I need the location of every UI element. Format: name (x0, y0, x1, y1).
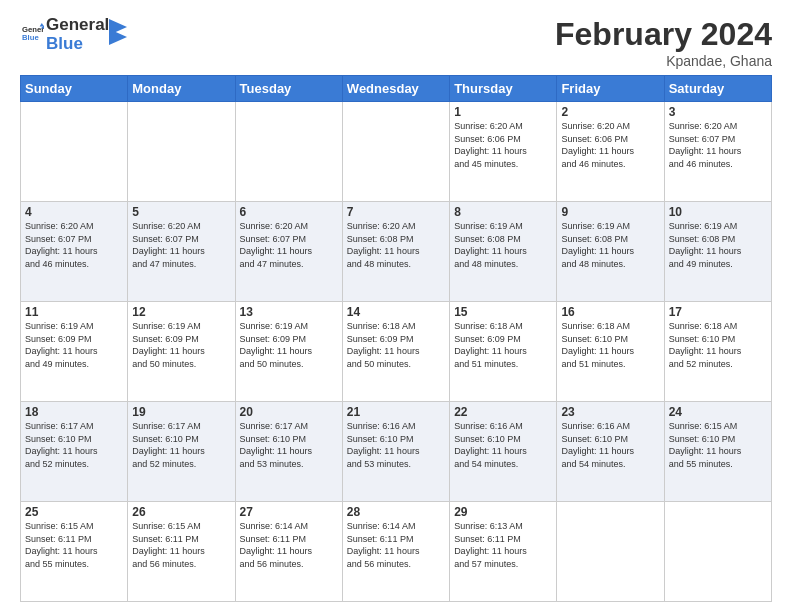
table-row (557, 502, 664, 602)
day-info: Sunrise: 6:19 AM Sunset: 6:09 PM Dayligh… (132, 320, 230, 370)
logo: General Blue General Blue (20, 16, 127, 53)
day-number: 6 (240, 205, 338, 219)
table-row: 7Sunrise: 6:20 AM Sunset: 6:08 PM Daylig… (342, 202, 449, 302)
day-number: 5 (132, 205, 230, 219)
table-row (21, 102, 128, 202)
col-friday: Friday (557, 76, 664, 102)
title-block: February 2024 Kpandae, Ghana (555, 16, 772, 69)
calendar-table: Sunday Monday Tuesday Wednesday Thursday… (20, 75, 772, 602)
day-info: Sunrise: 6:20 AM Sunset: 6:07 PM Dayligh… (240, 220, 338, 270)
day-number: 23 (561, 405, 659, 419)
day-number: 1 (454, 105, 552, 119)
table-row: 19Sunrise: 6:17 AM Sunset: 6:10 PM Dayli… (128, 402, 235, 502)
day-info: Sunrise: 6:19 AM Sunset: 6:08 PM Dayligh… (454, 220, 552, 270)
day-info: Sunrise: 6:19 AM Sunset: 6:08 PM Dayligh… (561, 220, 659, 270)
table-row: 22Sunrise: 6:16 AM Sunset: 6:10 PM Dayli… (450, 402, 557, 502)
day-info: Sunrise: 6:19 AM Sunset: 6:08 PM Dayligh… (669, 220, 767, 270)
table-row: 9Sunrise: 6:19 AM Sunset: 6:08 PM Daylig… (557, 202, 664, 302)
day-info: Sunrise: 6:16 AM Sunset: 6:10 PM Dayligh… (454, 420, 552, 470)
table-row: 3Sunrise: 6:20 AM Sunset: 6:07 PM Daylig… (664, 102, 771, 202)
location: Kpandae, Ghana (555, 53, 772, 69)
month-title: February 2024 (555, 16, 772, 53)
day-number: 12 (132, 305, 230, 319)
day-number: 20 (240, 405, 338, 419)
table-row: 24Sunrise: 6:15 AM Sunset: 6:10 PM Dayli… (664, 402, 771, 502)
table-row: 4Sunrise: 6:20 AM Sunset: 6:07 PM Daylig… (21, 202, 128, 302)
table-row (128, 102, 235, 202)
day-info: Sunrise: 6:17 AM Sunset: 6:10 PM Dayligh… (25, 420, 123, 470)
logo-blue: Blue (46, 35, 109, 54)
col-thursday: Thursday (450, 76, 557, 102)
logo-icon: General Blue (22, 22, 44, 44)
day-number: 27 (240, 505, 338, 519)
table-row: 17Sunrise: 6:18 AM Sunset: 6:10 PM Dayli… (664, 302, 771, 402)
day-number: 4 (25, 205, 123, 219)
table-row: 14Sunrise: 6:18 AM Sunset: 6:09 PM Dayli… (342, 302, 449, 402)
table-row: 20Sunrise: 6:17 AM Sunset: 6:10 PM Dayli… (235, 402, 342, 502)
table-row: 29Sunrise: 6:13 AM Sunset: 6:11 PM Dayli… (450, 502, 557, 602)
day-number: 16 (561, 305, 659, 319)
table-row (342, 102, 449, 202)
svg-marker-5 (109, 29, 127, 45)
day-number: 25 (25, 505, 123, 519)
day-number: 8 (454, 205, 552, 219)
day-number: 18 (25, 405, 123, 419)
table-row: 1Sunrise: 6:20 AM Sunset: 6:06 PM Daylig… (450, 102, 557, 202)
day-number: 21 (347, 405, 445, 419)
day-number: 10 (669, 205, 767, 219)
page: General Blue General Blue February 2024 … (0, 0, 792, 612)
table-row: 10Sunrise: 6:19 AM Sunset: 6:08 PM Dayli… (664, 202, 771, 302)
day-info: Sunrise: 6:18 AM Sunset: 6:10 PM Dayligh… (561, 320, 659, 370)
table-row (664, 502, 771, 602)
day-number: 24 (669, 405, 767, 419)
day-info: Sunrise: 6:20 AM Sunset: 6:08 PM Dayligh… (347, 220, 445, 270)
day-info: Sunrise: 6:20 AM Sunset: 6:06 PM Dayligh… (561, 120, 659, 170)
day-number: 28 (347, 505, 445, 519)
day-info: Sunrise: 6:17 AM Sunset: 6:10 PM Dayligh… (240, 420, 338, 470)
table-row: 11Sunrise: 6:19 AM Sunset: 6:09 PM Dayli… (21, 302, 128, 402)
calendar-week-row: 1Sunrise: 6:20 AM Sunset: 6:06 PM Daylig… (21, 102, 772, 202)
calendar-week-row: 25Sunrise: 6:15 AM Sunset: 6:11 PM Dayli… (21, 502, 772, 602)
day-info: Sunrise: 6:18 AM Sunset: 6:09 PM Dayligh… (347, 320, 445, 370)
table-row: 23Sunrise: 6:16 AM Sunset: 6:10 PM Dayli… (557, 402, 664, 502)
header: General Blue General Blue February 2024 … (20, 16, 772, 69)
day-number: 17 (669, 305, 767, 319)
col-tuesday: Tuesday (235, 76, 342, 102)
day-info: Sunrise: 6:18 AM Sunset: 6:09 PM Dayligh… (454, 320, 552, 370)
day-number: 26 (132, 505, 230, 519)
day-info: Sunrise: 6:19 AM Sunset: 6:09 PM Dayligh… (25, 320, 123, 370)
day-info: Sunrise: 6:15 AM Sunset: 6:10 PM Dayligh… (669, 420, 767, 470)
day-number: 9 (561, 205, 659, 219)
day-info: Sunrise: 6:14 AM Sunset: 6:11 PM Dayligh… (240, 520, 338, 570)
calendar-week-row: 4Sunrise: 6:20 AM Sunset: 6:07 PM Daylig… (21, 202, 772, 302)
table-row: 21Sunrise: 6:16 AM Sunset: 6:10 PM Dayli… (342, 402, 449, 502)
day-number: 19 (132, 405, 230, 419)
day-info: Sunrise: 6:18 AM Sunset: 6:10 PM Dayligh… (669, 320, 767, 370)
table-row: 16Sunrise: 6:18 AM Sunset: 6:10 PM Dayli… (557, 302, 664, 402)
logo-chevron-icon (109, 19, 127, 47)
day-info: Sunrise: 6:17 AM Sunset: 6:10 PM Dayligh… (132, 420, 230, 470)
day-number: 15 (454, 305, 552, 319)
day-number: 11 (25, 305, 123, 319)
calendar-week-row: 18Sunrise: 6:17 AM Sunset: 6:10 PM Dayli… (21, 402, 772, 502)
day-number: 7 (347, 205, 445, 219)
day-number: 3 (669, 105, 767, 119)
svg-text:Blue: Blue (22, 32, 39, 41)
table-row: 25Sunrise: 6:15 AM Sunset: 6:11 PM Dayli… (21, 502, 128, 602)
day-number: 29 (454, 505, 552, 519)
day-number: 22 (454, 405, 552, 419)
day-info: Sunrise: 6:20 AM Sunset: 6:07 PM Dayligh… (669, 120, 767, 170)
day-info: Sunrise: 6:15 AM Sunset: 6:11 PM Dayligh… (132, 520, 230, 570)
table-row: 15Sunrise: 6:18 AM Sunset: 6:09 PM Dayli… (450, 302, 557, 402)
day-info: Sunrise: 6:15 AM Sunset: 6:11 PM Dayligh… (25, 520, 123, 570)
table-row: 18Sunrise: 6:17 AM Sunset: 6:10 PM Dayli… (21, 402, 128, 502)
table-row: 12Sunrise: 6:19 AM Sunset: 6:09 PM Dayli… (128, 302, 235, 402)
day-info: Sunrise: 6:20 AM Sunset: 6:07 PM Dayligh… (25, 220, 123, 270)
col-wednesday: Wednesday (342, 76, 449, 102)
calendar-header-row: Sunday Monday Tuesday Wednesday Thursday… (21, 76, 772, 102)
day-info: Sunrise: 6:19 AM Sunset: 6:09 PM Dayligh… (240, 320, 338, 370)
day-info: Sunrise: 6:20 AM Sunset: 6:07 PM Dayligh… (132, 220, 230, 270)
table-row: 8Sunrise: 6:19 AM Sunset: 6:08 PM Daylig… (450, 202, 557, 302)
table-row: 5Sunrise: 6:20 AM Sunset: 6:07 PM Daylig… (128, 202, 235, 302)
logo-general: General (46, 16, 109, 35)
